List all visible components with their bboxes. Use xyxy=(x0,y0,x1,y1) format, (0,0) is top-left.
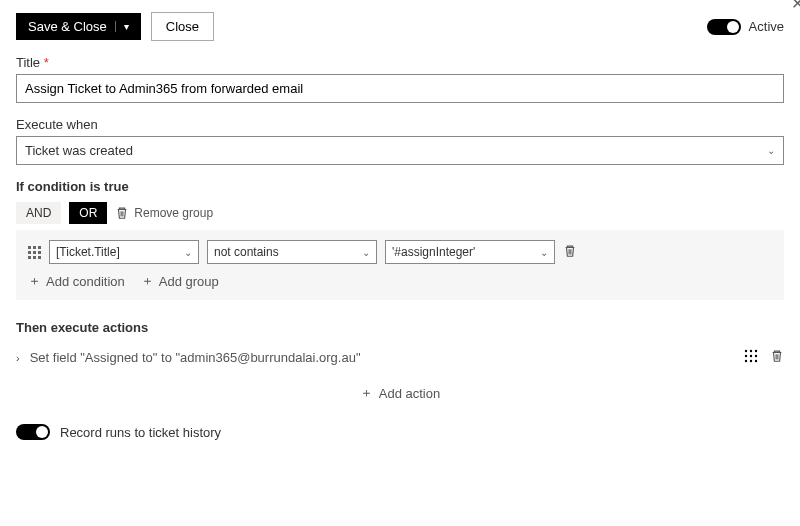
record-runs-toggle[interactable] xyxy=(16,424,50,440)
delete-action-button[interactable] xyxy=(770,349,784,366)
chevron-down-icon: ⌄ xyxy=(184,247,192,258)
add-action-button[interactable]: ＋ Add action xyxy=(360,384,440,402)
active-label: Active xyxy=(749,19,784,34)
execute-when-select[interactable]: Ticket was created ⌄ xyxy=(16,136,784,165)
reorder-action-button[interactable] xyxy=(744,349,758,366)
title-label: Title * xyxy=(16,55,784,70)
record-runs-label: Record runs to ticket history xyxy=(60,425,221,440)
close-icon[interactable]: ✕ xyxy=(791,0,800,13)
action-text: Set field "Assigned to" to "admin365@bur… xyxy=(30,350,361,365)
close-button[interactable]: Close xyxy=(151,12,214,41)
condition-group: [Ticket.Title]⌄ not contains⌄ '#assignIn… xyxy=(16,230,784,300)
add-group-button[interactable]: ＋ Add group xyxy=(141,272,219,290)
svg-point-2 xyxy=(755,350,757,352)
save-close-button[interactable]: Save & Close ▾ xyxy=(16,13,141,40)
add-condition-button[interactable]: ＋ Add condition xyxy=(28,272,125,290)
svg-point-4 xyxy=(750,355,752,357)
remove-group-button[interactable]: Remove group xyxy=(115,206,213,220)
condition-value-select[interactable]: '#assignInteger'⌄ xyxy=(385,240,555,264)
or-chip[interactable]: OR xyxy=(69,202,107,224)
actions-heading: Then execute actions xyxy=(16,320,784,335)
drag-handle-icon[interactable] xyxy=(28,246,41,259)
and-chip[interactable]: AND xyxy=(16,202,61,224)
trash-icon xyxy=(115,206,129,220)
svg-point-6 xyxy=(745,360,747,362)
svg-point-5 xyxy=(755,355,757,357)
svg-point-3 xyxy=(745,355,747,357)
chevron-down-icon: ⌄ xyxy=(767,145,775,156)
save-close-label: Save & Close xyxy=(28,19,107,34)
delete-condition-button[interactable] xyxy=(563,244,577,261)
grid-icon xyxy=(744,349,758,363)
svg-point-0 xyxy=(745,350,747,352)
execute-when-label: Execute when xyxy=(16,117,784,132)
svg-point-7 xyxy=(750,360,752,362)
trash-icon xyxy=(770,349,784,363)
active-toggle[interactable] xyxy=(707,19,741,35)
condition-row: [Ticket.Title]⌄ not contains⌄ '#assignIn… xyxy=(28,240,772,264)
chevron-right-icon[interactable]: › xyxy=(16,352,20,364)
action-item: › Set field "Assigned to" to "admin365@b… xyxy=(16,343,784,372)
chevron-down-icon: ⌄ xyxy=(540,247,548,258)
top-toolbar: Save & Close ▾ Close Active xyxy=(16,12,784,41)
condition-heading: If condition is true xyxy=(16,179,784,194)
condition-operator-select[interactable]: not contains⌄ xyxy=(207,240,377,264)
chevron-down-icon: ⌄ xyxy=(362,247,370,258)
title-input[interactable] xyxy=(16,74,784,103)
execute-when-value: Ticket was created xyxy=(25,143,133,158)
chevron-down-icon[interactable]: ▾ xyxy=(115,21,129,32)
condition-field-select[interactable]: [Ticket.Title]⌄ xyxy=(49,240,199,264)
trash-icon xyxy=(563,244,577,258)
svg-point-1 xyxy=(750,350,752,352)
svg-point-8 xyxy=(755,360,757,362)
